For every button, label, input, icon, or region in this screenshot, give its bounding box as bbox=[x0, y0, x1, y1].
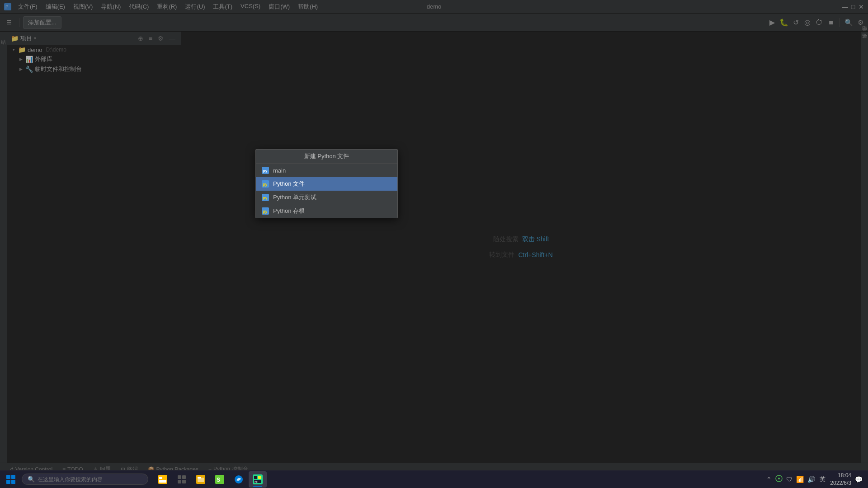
dialog-item-main[interactable]: py main bbox=[256, 164, 397, 177]
svg-text:PC: PC bbox=[255, 480, 258, 483]
svg-rect-12 bbox=[159, 480, 166, 483]
taskbar-apps: S PC bbox=[154, 471, 267, 488]
network-wifi-icon[interactable]: 📶 bbox=[796, 476, 804, 483]
svg-rect-13 bbox=[178, 475, 181, 479]
svg-point-29 bbox=[778, 478, 780, 479]
taskbar-app-visualstudio[interactable]: S bbox=[211, 471, 229, 488]
dialog-item-python-test-label: Python 单元测试 bbox=[273, 193, 316, 202]
svg-text:py: py bbox=[263, 209, 268, 214]
svg-rect-19 bbox=[198, 477, 201, 479]
dialog-item-python-stub[interactable]: py Python 存根 bbox=[256, 204, 397, 218]
svg-text:S: S bbox=[217, 477, 220, 483]
pycharm-icon: PC bbox=[253, 474, 263, 484]
dialog-title: 新建 Python 文件 bbox=[256, 150, 397, 164]
edge-icon bbox=[234, 474, 244, 484]
python-test-icon: py bbox=[261, 193, 269, 202]
volume-icon[interactable]: 🔊 bbox=[807, 476, 815, 483]
file-manager-icon bbox=[196, 474, 206, 484]
tray-arrow-icon[interactable]: ⌃ bbox=[766, 476, 772, 483]
network-icon[interactable] bbox=[775, 475, 783, 483]
svg-text:py: py bbox=[263, 182, 268, 187]
taskbar-app-taskview[interactable] bbox=[173, 471, 191, 488]
svg-text:py: py bbox=[263, 169, 268, 173]
sys-tray: ⌃ 🛡 📶 🔊 英 18:04 2022/6/3 💬 bbox=[766, 472, 866, 487]
shield-icon[interactable]: 🛡 bbox=[786, 476, 793, 483]
svg-rect-25 bbox=[258, 476, 261, 479]
clock-time: 18:04 bbox=[830, 472, 851, 479]
python-stub-icon: py bbox=[261, 207, 269, 215]
svg-rect-24 bbox=[254, 476, 257, 479]
visualstudio-icon: S bbox=[215, 474, 225, 484]
dialog-item-python-file[interactable]: py Python 文件 bbox=[256, 177, 397, 191]
new-file-dialog: 新建 Python 文件 py main py Python 文件 py Pyt… bbox=[255, 149, 398, 218]
start-button[interactable] bbox=[2, 471, 20, 488]
taskbar-search-icon: 🔍 bbox=[28, 476, 35, 483]
svg-rect-14 bbox=[182, 475, 186, 479]
taskbar-search-bar[interactable]: 🔍 bbox=[22, 474, 148, 485]
notification-icon[interactable]: 💬 bbox=[855, 476, 863, 483]
svg-rect-11 bbox=[159, 477, 162, 479]
windows-logo bbox=[6, 475, 15, 484]
svg-rect-15 bbox=[178, 480, 181, 483]
taskbar-app-pycharm[interactable]: PC bbox=[249, 471, 267, 488]
ime-label[interactable]: 英 bbox=[819, 475, 826, 483]
svg-rect-16 bbox=[182, 480, 186, 483]
taskbar-clock[interactable]: 18:04 2022/6/3 bbox=[830, 472, 851, 487]
taskbar-app-explorer[interactable] bbox=[154, 471, 172, 488]
python-file-icon: py bbox=[261, 180, 269, 188]
taskbar-search-input[interactable] bbox=[38, 476, 128, 483]
svg-text:py: py bbox=[263, 196, 268, 200]
dialog-item-python-stub-label: Python 存根 bbox=[273, 207, 305, 215]
taskview-icon bbox=[177, 474, 187, 484]
taskbar-app-edge[interactable] bbox=[230, 471, 248, 488]
explorer-icon bbox=[158, 474, 168, 484]
dialog-item-python-test[interactable]: py Python 单元测试 bbox=[256, 191, 397, 204]
overlay bbox=[0, 0, 868, 488]
dialog-item-main-label: main bbox=[273, 167, 286, 174]
taskbar: 🔍 bbox=[0, 470, 868, 488]
clock-date: 2022/6/3 bbox=[830, 479, 851, 487]
dialog-item-python-file-label: Python 文件 bbox=[273, 180, 305, 188]
taskbar-app-file-manager[interactable] bbox=[192, 471, 210, 488]
main-file-icon: py bbox=[261, 166, 269, 174]
